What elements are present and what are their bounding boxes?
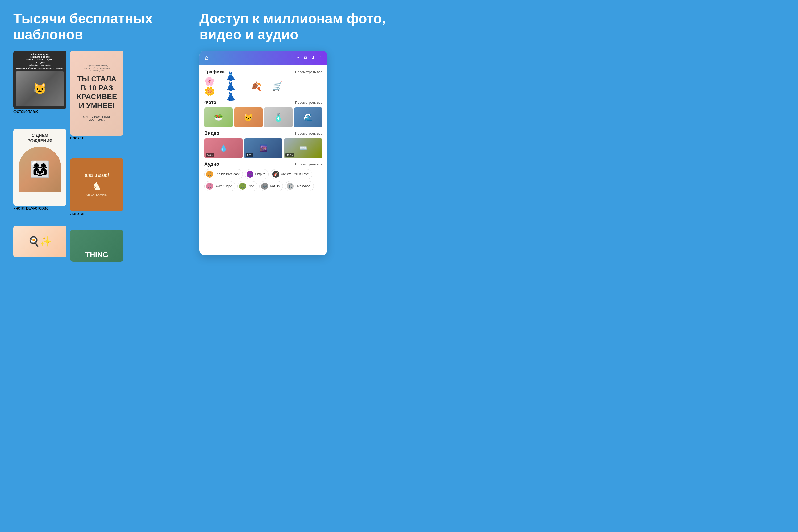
instastory-label: инстаграм-сторис <box>13 206 49 211</box>
cat-collage-card[interactable]: ЕЙ НУЖЕН ДОМ! НАЙДИТЕ СВОЕГОНОВОГО ЛУЧШЕ… <box>13 51 66 109</box>
chip-pine-icon: 🎵 <box>239 183 246 190</box>
graphics-section: Графика Просмотреть все 🌸🌼 👗👗👗 🍂 🛒 <box>204 69 322 97</box>
right-column: Не расскажем никому,сколько тебе исполни… <box>70 51 124 262</box>
chip-empire-label: Empire <box>255 172 265 176</box>
chip-like-whoa-label: Like Whoa <box>295 184 310 188</box>
poster-top-text: Не расскажем никому,сколько тебе исполни… <box>83 65 110 72</box>
download-icon[interactable]: ⬇ <box>311 55 315 61</box>
birthday-card-wrapper: С ДНЁМРОЖДЕНИЯ 👩‍👩‍👧 инстаграм-сторис <box>13 129 66 211</box>
chip-like-whoa[interactable]: 🎵 Like Whoa <box>285 181 314 191</box>
photo-food[interactable]: 🥗 <box>204 108 233 128</box>
audio-view-all[interactable]: Просмотреть все <box>295 162 322 166</box>
chip-sweet-hope-icon: 🎵 <box>206 183 213 190</box>
graphics-view-all[interactable]: Просмотреть все <box>295 70 322 74</box>
logotip-label: логотип <box>70 211 124 216</box>
birthday-people-image: 👩‍👩‍👧 <box>19 147 61 192</box>
cat-card-title: ЕЙ НУЖЕН ДОМ! НАЙДИТЕ СВОЕГОНОВОГО ЛУЧШЕ… <box>17 53 63 70</box>
video-2-emoji: 🌆 <box>259 145 267 152</box>
video-2[interactable]: 🌆 1:07 <box>244 138 283 158</box>
share-icon[interactable]: ↑ <box>320 55 322 60</box>
chip-not-us-icon: 🎶 <box>261 183 268 190</box>
video-1-badge: 24.0s <box>206 153 214 157</box>
partial-top-text: THING <box>85 251 108 259</box>
chip-english-breakfast-icon: 🎵 <box>206 171 213 178</box>
fotocollage-label: фотоколлаж <box>13 109 66 114</box>
video-1-emoji: 💧 <box>220 145 227 152</box>
photos-section-header: Фото Просмотреть все <box>204 100 322 105</box>
graphic-people[interactable]: 👗👗👗 <box>226 77 244 95</box>
partial-bottom-card: 🍳✨ <box>13 226 66 258</box>
poster-main-text: ТЫ СТАЛА В 10 РАЗ КРАСИВЕЕ И УМНЕЕ! <box>76 75 118 110</box>
partial-bottom-emoji: 🍳✨ <box>28 236 52 247</box>
left-panel: Тысячи бесплатных шаблонов ЕЙ НУЖЕН ДОМ!… <box>0 0 186 266</box>
chip-empire-icon: 🎶 <box>247 171 253 178</box>
phone-header: ⌂ ··· ⧉ ⬇ ↑ <box>200 51 327 65</box>
audio-chips: 🎵 English Breakfast 🎶 Empire 🎸 Are We St… <box>204 169 322 191</box>
videos-view-all[interactable]: Просмотреть все <box>295 131 322 135</box>
graphics-title: Графика <box>204 69 225 75</box>
chip-empire[interactable]: 🎶 Empire <box>245 169 269 179</box>
header-icons: ··· ⧉ ⬇ ↑ <box>295 55 322 61</box>
videos-section: Видео Просмотреть все 💧 24.0s 🌆 1:07 ⌨️ … <box>204 131 322 158</box>
graphic-leaves[interactable]: 🍂 <box>247 77 265 95</box>
phone-content: Графика Просмотреть все 🌸🌼 👗👗👗 🍂 🛒 Фото … <box>200 65 327 255</box>
logo-sub-text: ОНЛАЙН ШАХМАТЫ <box>87 194 107 196</box>
poster-card-wrapper: Не расскажем никому,сколько тебе исполни… <box>70 51 124 140</box>
video-3-emoji: ⌨️ <box>299 145 307 152</box>
video-2-badge: 1:07 <box>246 153 253 157</box>
logo-main-text: шах и мат! <box>85 173 109 178</box>
home-icon[interactable]: ⌂ <box>205 54 208 61</box>
templates-grid: ЕЙ НУЖЕН ДОМ! НАЙДИТЕ СВОЕГОНОВОГО ЛУЧШЕ… <box>13 51 173 262</box>
chip-are-we-still[interactable]: 🎸 Are We Still in Love <box>270 169 312 179</box>
chip-english-breakfast-label: English Breakfast <box>215 172 240 176</box>
poster-sub-text: С ДНЕМ РОЖДЕНИЯ, СЕСТРЕНКА! <box>76 115 118 121</box>
audio-section: Аудио Просмотреть все 🎵 English Breakfas… <box>204 162 322 191</box>
partial-top-card: THING <box>70 230 124 262</box>
graphics-section-header: Графика Просмотреть все <box>204 69 322 75</box>
chip-not-us[interactable]: 🎶 Not Us <box>259 181 283 191</box>
video-3-badge: 17.0s <box>285 153 294 157</box>
videos-title: Видео <box>204 131 220 136</box>
right-panel: Доступ к миллионам фото, видео и аудио ⌂… <box>186 0 399 266</box>
phone-mockup: ⌂ ··· ⧉ ⬇ ↑ Графика Просмотреть все 🌸🌼 👗… <box>200 51 327 255</box>
chip-pine-label: Pine <box>248 184 254 188</box>
photos-row: 🥗 🐱 🧴 🌊 <box>204 108 322 128</box>
audio-section-header: Аудио Просмотреть все <box>204 162 322 167</box>
photo-bottle[interactable]: 🧴 <box>264 108 292 128</box>
plakat-label: плакат <box>70 136 124 140</box>
logo-card[interactable]: шах и мат! ♞ ОНЛАЙН ШАХМАТЫ <box>70 158 124 211</box>
birthday-text: С ДНЁМРОЖДЕНИЯ <box>27 133 52 144</box>
chip-are-we-still-label: Are We Still in Love <box>281 172 309 176</box>
photos-section: Фото Просмотреть все 🥗 🐱 🧴 🌊 <box>204 100 322 128</box>
video-1[interactable]: 💧 24.0s <box>204 138 243 158</box>
graphic-flowers[interactable]: 🌸🌼 <box>204 77 223 95</box>
photos-title: Фото <box>204 100 216 105</box>
copy-icon[interactable]: ⧉ <box>304 55 307 60</box>
cat-image-area: 🐱 <box>16 71 64 107</box>
video-3[interactable]: ⌨️ 17.0s <box>284 138 322 158</box>
graphic-vendor[interactable]: 🛒 <box>268 77 287 95</box>
logo-card-wrapper: шах и мат! ♞ ОНЛАЙН ШАХМАТЫ логотип <box>70 158 124 216</box>
videos-row: 💧 24.0s 🌆 1:07 ⌨️ 17.0s <box>204 138 322 158</box>
poster-card[interactable]: Не расскажем никому,сколько тебе исполни… <box>70 51 124 136</box>
chip-english-breakfast[interactable]: 🎵 English Breakfast <box>204 169 243 179</box>
people-emoji: 👩‍👩‍👧 <box>30 160 50 179</box>
chip-sweet-hope[interactable]: 🎵 Sweet Hope <box>204 181 235 191</box>
chip-not-us-label: Not Us <box>270 184 280 188</box>
left-column: ЕЙ НУЖЕН ДОМ! НАЙДИТЕ СВОЕГОНОВОГО ЛУЧШЕ… <box>13 51 66 262</box>
audio-title: Аудио <box>204 162 219 167</box>
left-title: Тысячи бесплатных шаблонов <box>13 11 173 42</box>
photo-sea[interactable]: 🌊 <box>294 108 323 128</box>
chess-icon: ♞ <box>92 180 101 192</box>
photo-cat[interactable]: 🐱 <box>234 108 263 128</box>
chip-like-whoa-icon: 🎵 <box>287 183 294 190</box>
birthday-card[interactable]: С ДНЁМРОЖДЕНИЯ 👩‍👩‍👧 <box>13 129 66 206</box>
more-icon[interactable]: ··· <box>295 55 299 60</box>
cat-emoji: 🐱 <box>33 82 46 95</box>
chip-are-we-still-icon: 🎸 <box>272 171 279 178</box>
graphics-row: 🌸🌼 👗👗👗 🍂 🛒 <box>204 77 322 95</box>
chip-pine[interactable]: 🎵 Pine <box>237 181 258 191</box>
videos-section-header: Видео Просмотреть все <box>204 131 322 136</box>
chip-sweet-hope-label: Sweet Hope <box>215 184 232 188</box>
photos-view-all[interactable]: Просмотреть все <box>295 100 322 104</box>
